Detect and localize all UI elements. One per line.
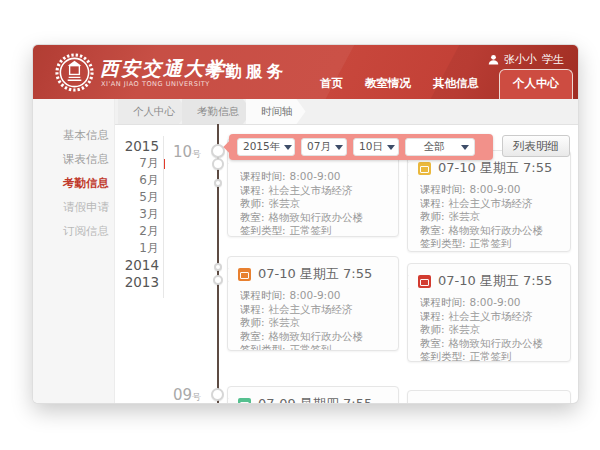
card-date: 07-10 星期五 7:55 <box>438 159 552 177</box>
card-date: 07-09 星期四 7:55 <box>258 395 372 403</box>
chevron-down-icon <box>284 145 292 150</box>
chevron-down-icon <box>461 145 469 150</box>
timeline-month[interactable]: 6月 <box>121 172 159 189</box>
timeline-month[interactable]: 2月 <box>121 223 159 240</box>
app-title: 考勤服务 <box>205 61 287 83</box>
card-date-header: 07-09 星期四 7:55 <box>228 387 398 403</box>
attendance-card[interactable]: 07-10 星期五 7:55课程时间:8:00-9:00课程:社会主义市场经济教… <box>407 150 571 252</box>
nav-personal-center[interactable]: 个人中心 <box>499 69 573 99</box>
card-field: 签到类型:正常签到 <box>420 350 562 362</box>
breadcrumb: 个人中心 考勤信息 时间轴 <box>115 99 578 125</box>
attendance-card[interactable]: 07-10 星期五 7:55课程时间:8:00-9:00课程:社会主义市场经济教… <box>407 263 571 362</box>
sidebar-item-basic-info[interactable]: 基本信息 <box>33 123 114 147</box>
year-month-rail: 2015 7月 6月 5月 3月 2月 1月 2014 2013 <box>121 138 159 291</box>
card-field: 教师:张芸京 <box>240 197 390 211</box>
user-menu[interactable]: 张小小 学生 <box>488 52 564 67</box>
attendance-card[interactable]: 07-10 星期五 7:55课程时间:8:00-9:00课程:社会主义市场经济教… <box>227 256 399 351</box>
user-name: 张小小 <box>504 52 537 67</box>
card-field: 课程:社会主义市场经济 <box>240 303 390 317</box>
breadcrumb-timeline[interactable]: 时间轴 <box>246 99 306 124</box>
card-field: 课程时间:8:00-9:00 <box>420 183 562 197</box>
card-field: 课程:社会主义市场经济 <box>420 197 562 211</box>
card-field: 课程:社会主义市场经济 <box>240 184 390 198</box>
user-role: 学生 <box>542 52 564 67</box>
card-body: 课程时间:8:00-9:00课程:社会主义市场经济教师:张芸京教室:格物致知行政… <box>408 180 570 252</box>
rail-divider <box>163 136 164 298</box>
timeline-year[interactable]: 2013 <box>121 274 159 291</box>
card-body: 课程时间:8:00-9:00课程:社会主义市场经济教师:张芸京教室:格物致知行政… <box>408 293 570 362</box>
timeline-content: 2015 7月 6月 5月 3月 2月 1月 2014 2013 10号 09号 <box>115 124 578 403</box>
university-name-en: XI'AN JIAO TONG UNIVERSITY <box>101 80 210 88</box>
card-date-header: 07-10 星期五 7:55 <box>228 257 398 286</box>
card-field: 教室:格物致知行政办公楼 <box>240 211 390 225</box>
breadcrumb-attendance[interactable]: 考勤信息 <box>182 99 252 124</box>
card-field: 课程时间:8:00-9:00 <box>240 170 390 184</box>
card-field: 教室:格物致知行政办公楼 <box>420 337 562 351</box>
breadcrumb-personal-center[interactable]: 个人中心 <box>118 99 188 124</box>
month-select[interactable]: 07月 <box>301 138 347 156</box>
card-field: 签到类型:正常签到 <box>420 237 562 251</box>
card-field: 教师:张芸京 <box>420 323 562 337</box>
timeline-node <box>211 388 224 401</box>
year-select[interactable]: 2015年 <box>237 138 295 156</box>
attendance-card[interactable]: 07-09 星期四 7:55 <box>227 386 399 403</box>
date-filter-bar: 2015年 07月 10日 全部 <box>229 134 493 160</box>
card-field: 教师:张芸京 <box>240 316 390 330</box>
sidebar-item-subscription[interactable]: 订阅信息 <box>33 219 114 243</box>
nav-classrooms[interactable]: 教室情况 <box>365 76 411 99</box>
card-field: 课程时间:8:00-9:00 <box>240 289 390 303</box>
timeline-month[interactable]: 1月 <box>121 240 159 257</box>
attendance-card-stub <box>407 390 571 403</box>
nav-home[interactable]: 首页 <box>320 76 343 99</box>
card-body: 课程时间:8:00-9:00课程:社会主义市场经济教师:张芸京教室:格物致知行政… <box>228 286 398 351</box>
timeline-year[interactable]: 2014 <box>121 257 159 274</box>
top-nav: 首页 教室情况 其他信息 个人中心 <box>309 69 573 99</box>
timeline-node <box>213 275 223 285</box>
sidebar: 基本信息 课表信息 考勤信息 请假申请 订阅信息 <box>33 99 115 403</box>
sidebar-item-leave-request[interactable]: 请假申请 <box>33 195 114 219</box>
list-detail-button[interactable]: 列表明细 <box>502 135 570 157</box>
card-field: 签到类型:正常签到 <box>240 343 390 351</box>
main-panel: 个人中心 考勤信息 时间轴 2015 7月 6月 5月 3月 2月 1月 201… <box>115 99 578 403</box>
sidebar-item-attendance[interactable]: 考勤信息 <box>33 171 114 195</box>
card-field: 教室:格物致知行政办公楼 <box>420 224 562 238</box>
calendar-yellow-icon <box>418 162 431 175</box>
chevron-down-icon <box>335 145 343 150</box>
timeline-month[interactable]: 3月 <box>121 206 159 223</box>
card-field: 课程:社会主义市场经济 <box>420 310 562 324</box>
timeline-month[interactable]: 5月 <box>121 189 159 206</box>
app-header: 西安交通大学 XI'AN JIAO TONG UNIVERSITY 考勤服务 张… <box>33 45 578 99</box>
timeline-node <box>212 158 224 170</box>
app-window: 西安交通大学 XI'AN JIAO TONG UNIVERSITY 考勤服务 张… <box>33 45 578 403</box>
day-label-10: 10号 <box>173 142 201 161</box>
card-field: 教师:张芸京 <box>420 210 562 224</box>
card-date: 07-10 星期五 7:55 <box>438 272 552 290</box>
calendar-orange-icon <box>238 268 251 281</box>
card-field: 签到类型:正常签到 <box>240 224 390 237</box>
chevron-down-icon <box>387 145 395 150</box>
sidebar-item-timetable[interactable]: 课表信息 <box>33 147 114 171</box>
nav-other-info[interactable]: 其他信息 <box>433 76 479 99</box>
calendar-green-icon <box>238 398 251 404</box>
timeline-node <box>214 263 222 271</box>
person-icon <box>488 54 499 65</box>
card-date-header: 07-10 星期五 7:55 <box>408 264 570 293</box>
calendar-red-icon <box>418 275 431 288</box>
type-select[interactable]: 全部 <box>405 138 475 156</box>
day-select[interactable]: 10日 <box>353 138 399 156</box>
university-logo-icon <box>55 53 94 92</box>
timeline-node <box>214 179 222 187</box>
timeline-month-current[interactable]: 7月 <box>121 155 159 172</box>
card-field: 教室:格物致知行政办公楼 <box>240 330 390 344</box>
card-date: 07-10 星期五 7:55 <box>258 265 372 283</box>
card-field: 课程时间:8:00-9:00 <box>420 296 562 310</box>
day-label-09: 09号 <box>173 385 201 403</box>
timeline-year[interactable]: 2015 <box>121 138 159 155</box>
